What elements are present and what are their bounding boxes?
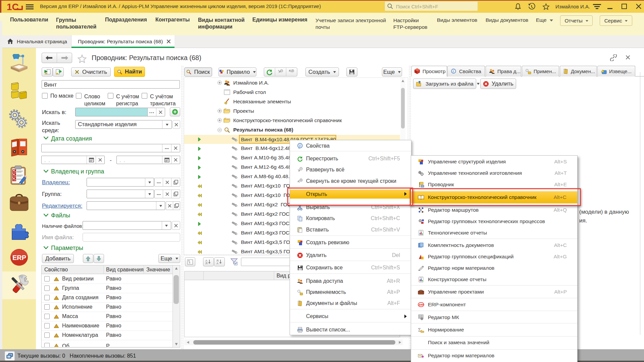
svg-text:Я: Я <box>205 262 207 265</box>
svg-text:i: i <box>453 69 454 73</box>
svg-text:А: А <box>216 262 218 265</box>
svg-text:ERP: ERP <box>419 303 424 306</box>
svg-text:Σ: Σ <box>418 327 421 332</box>
svg-text:ERP: ERP <box>12 254 26 261</box>
svg-text:i: i <box>299 144 300 148</box>
